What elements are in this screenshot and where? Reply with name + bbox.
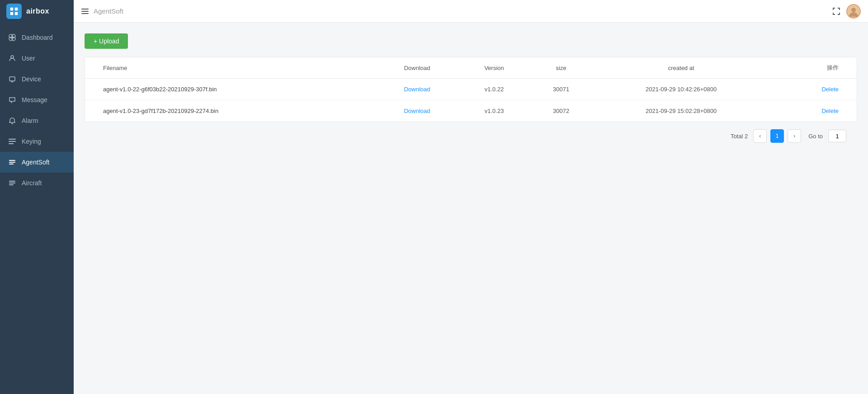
cell-version: v1.0.23 xyxy=(459,100,529,122)
user-icon xyxy=(8,54,16,62)
col-header-size: size xyxy=(529,57,593,79)
col-header-filename: Filename xyxy=(85,57,375,79)
svg-point-7 xyxy=(12,37,15,41)
col-header-download: Download xyxy=(375,57,459,79)
sidebar-item-user[interactable]: User xyxy=(0,48,74,69)
table-row: agent-v1.0-22-g6f03b22-20210929-307f.bin… xyxy=(85,79,857,100)
sidebar-item-dashboard-label: Dashboard xyxy=(22,34,53,41)
files-table-wrap: Filename Download Version size created a… xyxy=(85,57,857,122)
pagination-total: Total 2 xyxy=(731,133,748,140)
topbar-right xyxy=(832,4,861,19)
table-header-row: Filename Download Version size created a… xyxy=(85,57,857,79)
dashboard-icon xyxy=(8,33,16,42)
cell-filename: agent-v1.0-23-gd7f172b-20210929-2274.bin xyxy=(85,100,375,122)
sidebar-item-agentsoft-label: AgentSoft xyxy=(22,159,50,166)
svg-rect-3 xyxy=(15,12,18,15)
cell-created-at: 2021-09-29 10:42:26+0800 xyxy=(593,79,769,100)
col-header-created-at: created at xyxy=(593,57,769,79)
sidebar-item-aircraft[interactable]: Aircraft xyxy=(0,173,74,193)
svg-rect-16 xyxy=(81,9,89,9)
svg-point-20 xyxy=(851,8,856,12)
page-content: + Upload Filename Download Version size … xyxy=(74,23,868,394)
main-area: AgentSoft + Upload xyxy=(74,0,868,394)
table-row: agent-v1.0-23-gd7f172b-20210929-2274.bin… xyxy=(85,100,857,122)
pagination-prev-button[interactable]: ‹ xyxy=(753,129,767,143)
download-link-0[interactable]: Download xyxy=(404,86,430,93)
cell-ops: Delete xyxy=(769,79,857,100)
svg-rect-10 xyxy=(9,160,15,161)
cell-size: 30071 xyxy=(529,79,593,100)
delete-link-0[interactable]: Delete xyxy=(821,86,839,93)
pagination-next-button[interactable]: › xyxy=(788,129,801,143)
alarm-icon xyxy=(8,117,16,125)
sidebar-item-aircraft-label: Aircraft xyxy=(22,179,42,187)
pagination: Total 2 ‹ 1 › Go to xyxy=(85,122,857,150)
svg-rect-12 xyxy=(9,164,14,164)
sidebar-item-user-label: User xyxy=(22,55,35,62)
message-icon xyxy=(8,96,16,104)
breadcrumb: AgentSoft xyxy=(94,7,123,15)
svg-rect-15 xyxy=(9,184,14,185)
sidebar-header: airbox xyxy=(0,0,74,23)
cell-size: 30072 xyxy=(529,100,593,122)
col-header-ops: 操作 xyxy=(769,57,857,79)
topbar: AgentSoft xyxy=(74,0,868,23)
svg-rect-18 xyxy=(81,13,89,14)
pagination-page-1-button[interactable]: 1 xyxy=(770,129,784,143)
sidebar-item-device-label: Device xyxy=(22,75,41,83)
sidebar-item-dashboard[interactable]: Dashboard xyxy=(0,27,74,48)
fullscreen-button[interactable] xyxy=(832,7,841,16)
col-header-version: Version xyxy=(459,57,529,79)
avatar[interactable] xyxy=(846,4,861,19)
upload-button[interactable]: + Upload xyxy=(85,33,128,49)
device-icon xyxy=(8,75,16,83)
sidebar-item-agentsoft[interactable]: AgentSoft xyxy=(0,152,74,173)
svg-rect-9 xyxy=(9,77,15,81)
cell-ops: Delete xyxy=(769,100,857,122)
cell-download: Download xyxy=(375,79,459,100)
sidebar-item-keying-label: Keying xyxy=(22,138,41,145)
pagination-goto-input[interactable] xyxy=(828,130,846,142)
sidebar-item-message[interactable]: Message xyxy=(0,89,74,110)
pagination-goto-label: Go to xyxy=(808,133,823,140)
svg-rect-17 xyxy=(81,11,89,12)
menu-toggle-button[interactable] xyxy=(81,7,89,15)
app-title: airbox xyxy=(26,7,49,15)
topbar-left: AgentSoft xyxy=(81,7,123,15)
delete-link-1[interactable]: Delete xyxy=(821,108,839,114)
sidebar-item-alarm-label: Alarm xyxy=(22,117,38,124)
sidebar-nav: Dashboard User Device xyxy=(0,23,74,394)
cell-version: v1.0.22 xyxy=(459,79,529,100)
svg-rect-0 xyxy=(10,8,13,10)
sidebar: airbox Dashboard User xyxy=(0,0,74,394)
sidebar-item-alarm[interactable]: Alarm xyxy=(0,110,74,131)
svg-rect-13 xyxy=(9,181,15,182)
keying-icon xyxy=(8,137,16,145)
svg-rect-11 xyxy=(9,162,15,163)
cell-download: Download xyxy=(375,100,459,122)
agentsoft-icon xyxy=(8,158,16,166)
svg-point-8 xyxy=(11,56,14,58)
svg-rect-14 xyxy=(9,183,15,183)
logo-icon xyxy=(6,4,22,19)
svg-rect-2 xyxy=(10,12,13,15)
svg-rect-1 xyxy=(15,8,18,10)
sidebar-item-keying[interactable]: Keying xyxy=(0,131,74,152)
cell-created-at: 2021-09-29 15:02:28+0800 xyxy=(593,100,769,122)
sidebar-item-message-label: Message xyxy=(22,96,47,103)
files-table: Filename Download Version size created a… xyxy=(85,57,857,122)
aircraft-icon xyxy=(8,179,16,187)
sidebar-item-device[interactable]: Device xyxy=(0,69,74,89)
cell-filename: agent-v1.0-22-g6f03b22-20210929-307f.bin xyxy=(85,79,375,100)
download-link-1[interactable]: Download xyxy=(404,108,430,114)
